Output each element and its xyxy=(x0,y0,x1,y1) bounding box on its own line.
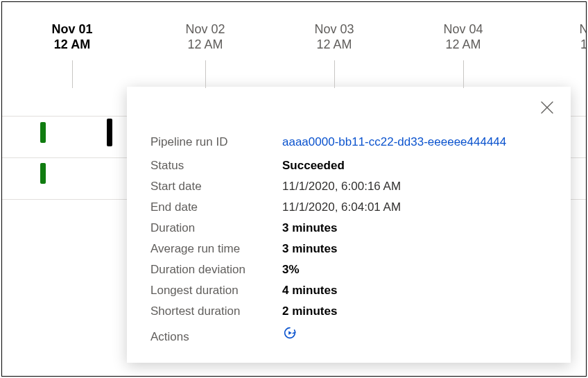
app-frame: Nov 0112 AMNov 0212 AMNov 0312 AMNov 041… xyxy=(1,1,587,377)
close-icon xyxy=(539,99,555,116)
tick-date: Nov 04 xyxy=(443,22,483,36)
detail-row-status: Status Succeeded xyxy=(150,159,547,173)
label-run-id: Pipeline run ID xyxy=(150,135,282,149)
label-end: End date xyxy=(150,200,282,214)
tick-date: Nov 02 xyxy=(185,22,225,36)
label-duration: Duration xyxy=(150,221,282,235)
value-actions xyxy=(282,325,297,344)
run-bar[interactable] xyxy=(40,163,46,184)
tick-line xyxy=(463,60,464,88)
label-start: Start date xyxy=(150,180,282,194)
value-status: Succeeded xyxy=(282,159,345,173)
tick-date: Nov 01 xyxy=(51,22,92,36)
label-status: Status xyxy=(150,159,282,173)
timeline-header: Nov 0112 AMNov 0212 AMNov 0312 AMNov 041… xyxy=(2,22,586,63)
run-bar[interactable] xyxy=(107,119,112,146)
value-deviation: 3% xyxy=(282,263,300,277)
label-longest: Longest duration xyxy=(150,284,282,298)
tick-date: Nov 03 xyxy=(314,22,354,36)
detail-row-avg: Average run time 3 minutes xyxy=(150,242,547,256)
detail-row-end: End date 11/1/2020, 6:04:01 AM xyxy=(150,200,547,214)
timeline-tick: Nov 0212 AM xyxy=(164,22,247,52)
timeline-tick: No12 xyxy=(546,22,587,52)
detail-row-longest: Longest duration 4 minutes xyxy=(150,284,547,298)
detail-row-shortest: Shortest duration 2 minutes xyxy=(150,304,547,318)
timeline-tick: Nov 0412 AM xyxy=(422,22,505,52)
tick-time: 12 AM xyxy=(31,37,114,52)
label-avg: Average run time xyxy=(150,242,282,256)
detail-row-start: Start date 11/1/2020, 6:00:16 AM xyxy=(150,180,547,194)
value-run-id[interactable]: aaaa0000-bb11-cc22-dd33-eeeeee444444 xyxy=(282,135,506,149)
run-details-list: Pipeline run ID aaaa0000-bb11-cc22-dd33-… xyxy=(150,135,547,344)
rerun-icon xyxy=(282,325,297,344)
value-longest: 4 minutes xyxy=(282,284,337,298)
tick-line xyxy=(72,60,73,88)
tick-line xyxy=(205,60,206,88)
detail-row-duration: Duration 3 minutes xyxy=(150,221,547,235)
tick-time: 12 xyxy=(546,37,587,52)
close-button[interactable] xyxy=(539,99,555,116)
value-shortest: 2 minutes xyxy=(282,304,337,318)
rerun-button[interactable] xyxy=(282,325,297,344)
label-deviation: Duration deviation xyxy=(150,263,282,277)
timeline-tick: Nov 0312 AM xyxy=(293,22,376,52)
run-details-tooltip: Pipeline run ID aaaa0000-bb11-cc22-dd33-… xyxy=(127,87,571,363)
detail-row-actions: Actions xyxy=(150,325,547,344)
value-start: 11/1/2020, 6:00:16 AM xyxy=(282,180,401,194)
run-bar[interactable] xyxy=(40,122,46,143)
value-end: 11/1/2020, 6:04:01 AM xyxy=(282,200,401,214)
detail-row-run-id: Pipeline run ID aaaa0000-bb11-cc22-dd33-… xyxy=(150,135,547,149)
label-actions: Actions xyxy=(150,330,282,344)
value-avg: 3 minutes xyxy=(282,242,337,256)
tick-time: 12 AM xyxy=(293,37,376,52)
tick-line xyxy=(334,60,335,88)
detail-row-deviation: Duration deviation 3% xyxy=(150,263,547,277)
tick-date: No xyxy=(579,22,587,36)
timeline-tick: Nov 0112 AM xyxy=(31,22,114,52)
label-shortest: Shortest duration xyxy=(150,304,282,318)
tick-time: 12 AM xyxy=(422,37,505,52)
value-duration: 3 minutes xyxy=(282,221,337,235)
tick-time: 12 AM xyxy=(164,37,247,52)
